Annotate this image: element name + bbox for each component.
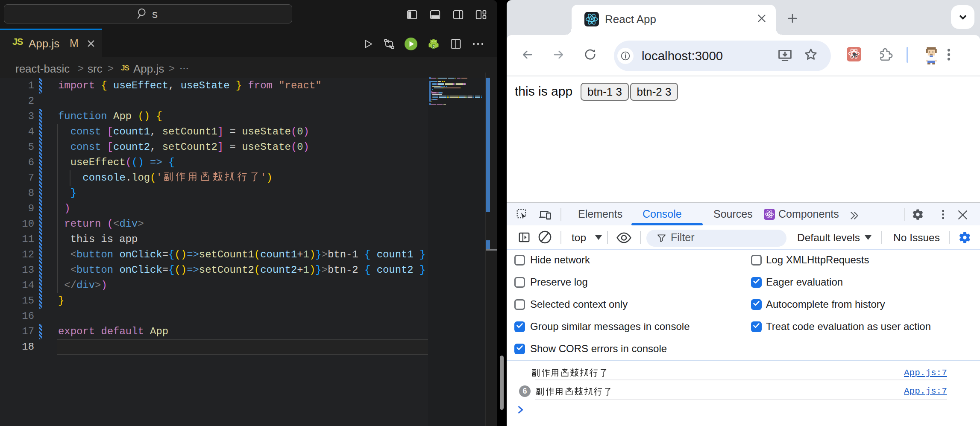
svg-text:J: J	[432, 44, 434, 49]
